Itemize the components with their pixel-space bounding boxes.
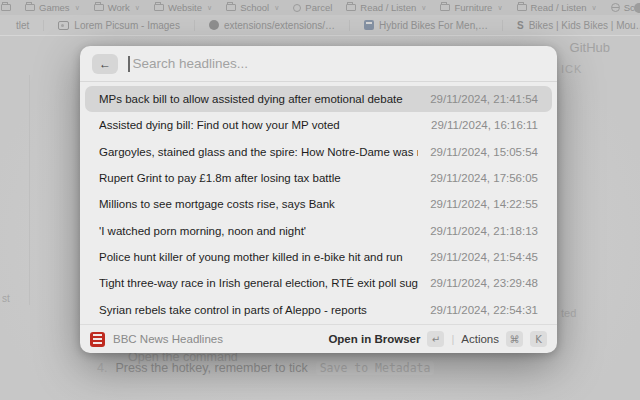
chevron-down-icon: ∨ xyxy=(207,4,212,12)
bookmark-kids-bikes[interactable]: SBikes | Kids Bikes | Mou… xyxy=(502,20,640,31)
headline-time: 29/11/2024, 22:54:31 xyxy=(430,304,538,316)
bookmark-folder-website[interactable]: Website∨ xyxy=(154,2,212,13)
background-text-github: GitHub xyxy=(570,40,610,55)
folder-icon xyxy=(154,4,164,11)
step-text: Press the hotkey, remember to tick xyxy=(115,361,307,375)
enter-key-icon: ↵ xyxy=(427,331,444,347)
parcel-icon xyxy=(293,4,301,12)
headline-title: 'I watched porn morning, noon and night' xyxy=(99,225,418,237)
background-text-ick: ICK xyxy=(561,63,582,75)
bookmark-label: Parcel xyxy=(305,2,332,13)
bookmark-label: Website xyxy=(168,2,202,13)
headline-time: 29/11/2024, 15:05:54 xyxy=(430,146,538,158)
open-in-browser-button[interactable]: Open in Browser xyxy=(328,333,420,345)
k-key-icon: K xyxy=(530,331,547,347)
github-icon xyxy=(209,20,219,30)
headline-title: MPs back bill to allow assisted dying af… xyxy=(99,93,418,105)
bookmark-label: Read / Listen xyxy=(531,2,587,13)
bbc-logo-icon xyxy=(90,332,105,347)
bookmark-hybrid-bikes[interactable]: Hybrid Bikes For Men,… xyxy=(349,20,502,31)
headline-row[interactable]: MPs back bill to allow assisted dying af… xyxy=(85,86,552,112)
bookmark-label: School xyxy=(240,2,269,13)
bookmark-parcel[interactable]: Parcel xyxy=(293,2,332,13)
headline-time: 29/11/2024, 16:16:11 xyxy=(431,119,538,131)
bookmark-folder-read-listen-2[interactable]: Read / Listen∨ xyxy=(517,2,597,13)
headline-time: 29/11/2024, 21:54:45 xyxy=(430,251,538,263)
headline-time: 29/11/2024, 21:18:13 xyxy=(430,225,538,237)
headline-row[interactable]: Syrian rebels take control in parts of A… xyxy=(85,296,552,322)
headline-title: Rupert Grint to pay £1.8m after losing t… xyxy=(99,172,418,184)
bookmark-folder-school[interactable]: School∨ xyxy=(226,2,279,13)
actions-button[interactable]: Actions xyxy=(461,333,499,345)
footer-divider: | xyxy=(451,333,454,345)
bookmarks-bar-folders: Games∨ Work∨ Website∨ School∨ Parcel Rea… xyxy=(0,0,640,15)
bookmarks-bar-links: tlet Lorem Picsum - Images extensions/ex… xyxy=(0,15,640,36)
headline-title: Millions to see mortgage costs rise, say… xyxy=(99,198,418,210)
bookmark-label: extensions/extensions/… xyxy=(224,20,335,31)
chevron-down-icon: ∨ xyxy=(592,4,597,12)
background-divider xyxy=(29,75,30,305)
bookmark-label: Read / Listen xyxy=(360,2,416,13)
bookmark-tlet[interactable]: tlet xyxy=(2,20,43,31)
bookmark-label: Work xyxy=(108,2,130,13)
background-step-4: 4. Press the hotkey, remember to tick Sa… xyxy=(97,361,434,375)
folder-icon xyxy=(346,4,356,11)
folder-icon xyxy=(440,4,450,11)
hybrid-bikes-favicon-icon xyxy=(364,20,374,30)
command-palette: ← Search headlines... MPs back bill to a… xyxy=(80,46,557,353)
headline-row[interactable]: Police hunt killer of young mother kille… xyxy=(85,244,552,270)
folder-icon xyxy=(517,4,527,11)
headline-time: 29/11/2024, 23:29:48 xyxy=(430,277,538,289)
headline-title: Police hunt killer of young mother kille… xyxy=(99,251,418,263)
headline-time: 29/11/2024, 17:56:05 xyxy=(430,172,538,184)
bookmark-label: Hybrid Bikes For Men,… xyxy=(379,20,488,31)
back-button[interactable]: ← xyxy=(92,54,118,74)
s-favicon-icon: S xyxy=(517,20,524,31)
headline-list: MPs back bill to allow assisted dying af… xyxy=(80,82,557,324)
bookmark-extensions[interactable]: extensions/extensions/… xyxy=(194,20,349,31)
background-text-ted: ted xyxy=(561,307,576,319)
headline-title: Tight three-way race in Irish general el… xyxy=(99,277,418,289)
step-code: Save to Metadata xyxy=(316,361,435,375)
headline-row[interactable]: Tight three-way race in Irish general el… xyxy=(85,270,552,296)
bookmark-folder-read-listen[interactable]: Read / Listen∨ xyxy=(346,2,426,13)
footer-actions: Open in Browser ↵ | Actions ⌘ K xyxy=(328,331,547,347)
bookmark-folder-work[interactable]: Work∨ xyxy=(94,2,140,13)
headline-time: 29/11/2024, 21:41:54 xyxy=(430,93,538,105)
text-cursor xyxy=(128,56,130,72)
bookmark-label: Games xyxy=(39,2,70,13)
image-icon xyxy=(58,21,69,30)
headline-title: Gargoyles, stained glass and the spire: … xyxy=(99,146,418,158)
screen: Games∨ Work∨ Website∨ School∨ Parcel Rea… xyxy=(0,0,640,400)
chevron-down-icon: ∨ xyxy=(497,4,502,12)
step-number: 4. xyxy=(97,361,107,375)
search-input[interactable]: Search headlines... xyxy=(133,56,249,71)
palette-footer: BBC News Headlines Open in Browser ↵ | A… xyxy=(80,324,557,353)
headline-row[interactable]: Millions to see mortgage costs rise, say… xyxy=(85,191,552,217)
headline-row[interactable]: 'I watched porn morning, noon and night'… xyxy=(85,217,552,243)
folder-icon xyxy=(94,4,104,11)
bookmark-label: Lorem Picsum - Images xyxy=(74,20,180,31)
bookmark-label: tlet xyxy=(16,20,29,31)
folder-icon xyxy=(25,4,35,11)
chevron-down-icon: ∨ xyxy=(274,4,279,12)
headline-row[interactable]: Rupert Grint to pay £1.8m after losing t… xyxy=(85,165,552,191)
folder-icon xyxy=(1,4,11,11)
chevron-down-icon: ∨ xyxy=(421,4,426,12)
bookmark-folder-games[interactable]: Games∨ xyxy=(25,2,80,13)
cmd-key-icon: ⌘ xyxy=(506,331,523,347)
bookmark-folder-furniture[interactable]: Furniture∨ xyxy=(440,2,502,13)
bookmark-lorem-picsum[interactable]: Lorem Picsum - Images xyxy=(43,20,194,31)
chevron-down-icon: ∨ xyxy=(135,4,140,12)
headline-row[interactable]: Assisted dying bill: Find out how your M… xyxy=(85,112,552,138)
headline-title: Assisted dying bill: Find out how your M… xyxy=(99,119,419,131)
background-text-st: st xyxy=(2,293,10,304)
headline-time: 29/11/2024, 14:22:55 xyxy=(430,198,538,210)
bookmark-label: Furniture xyxy=(454,2,492,13)
globe-icon xyxy=(611,3,620,12)
headline-title: Syrian rebels take control in parts of A… xyxy=(99,304,418,316)
partial-favicon-icon xyxy=(634,3,640,13)
headline-row[interactable]: Gargoyles, stained glass and the spire: … xyxy=(85,139,552,165)
chevron-down-icon: ∨ xyxy=(75,4,80,12)
folder-icon xyxy=(226,4,236,11)
